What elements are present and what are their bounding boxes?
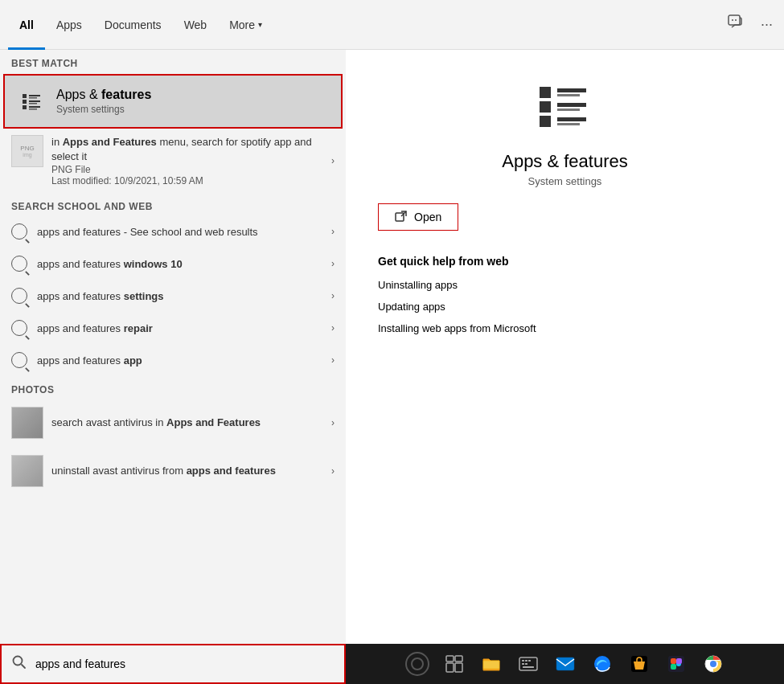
search-icon-0 <box>11 223 27 240</box>
apps-features-icon <box>16 85 48 117</box>
chevron-right-icon-3: › <box>331 322 335 334</box>
svg-rect-4 <box>29 95 40 96</box>
feedback-icon[interactable] <box>724 10 748 39</box>
help-link-1[interactable]: Updating apps <box>378 301 752 313</box>
search-icon-3 <box>11 320 27 336</box>
tab-more[interactable]: More ▾ <box>218 0 273 50</box>
png-thumbnail: PNG img <box>11 135 43 167</box>
photo-thumbnail-1 <box>11 455 43 487</box>
chevron-right-icon-0: › <box>331 226 335 237</box>
photo-text-0: search avast antivirus in Apps and Featu… <box>51 416 331 430</box>
svg-rect-34 <box>556 657 574 670</box>
open-button[interactable]: Open <box>378 203 458 231</box>
png-result-item[interactable]: PNG img in Apps and Features menu, searc… <box>0 129 346 193</box>
svg-point-43 <box>710 661 716 667</box>
tab-web[interactable]: Web <box>173 0 219 50</box>
photo-info-0: search avast antivirus in Apps and Featu… <box>51 416 331 430</box>
best-match-label: Best match <box>0 50 346 74</box>
file-explorer-icon <box>482 654 501 674</box>
left-panel: Best match Apps & fea <box>0 50 346 644</box>
best-match-title: Apps & features <box>56 88 151 102</box>
tab-apps[interactable]: Apps <box>45 0 93 50</box>
svg-rect-16 <box>557 103 586 107</box>
store-button[interactable] <box>623 648 655 680</box>
search-result-1[interactable]: apps and features windows 10 › <box>0 248 346 280</box>
search-result-3[interactable]: apps and features repair › <box>0 312 346 344</box>
tab-icons: ··· <box>724 10 776 39</box>
photo-info-1: uninstall avast antivirus from apps and … <box>51 464 331 478</box>
photo-result-0[interactable]: search avast antivirus in Apps and Featu… <box>0 399 346 447</box>
svg-rect-20 <box>557 123 580 125</box>
search-result-4[interactable]: apps and features app › <box>0 344 346 376</box>
result-text-4: apps and features app <box>37 354 331 367</box>
mail-button[interactable] <box>549 648 581 680</box>
main-container: Best match Apps & fea <box>0 50 784 644</box>
result-text-3: apps and features repair <box>37 322 331 334</box>
search-icon-2 <box>11 288 27 304</box>
tab-all[interactable]: All <box>8 0 45 50</box>
chevron-down-icon: ▾ <box>258 20 262 29</box>
svg-rect-10 <box>29 106 40 108</box>
svg-point-1 <box>732 19 733 21</box>
svg-rect-41 <box>676 658 682 664</box>
task-view-button[interactable] <box>438 648 470 680</box>
keyboard-icon <box>519 656 538 672</box>
svg-rect-9 <box>23 105 27 109</box>
store-icon <box>630 655 648 673</box>
result-text-1: apps and features windows 10 <box>37 258 331 270</box>
svg-rect-40 <box>671 664 676 670</box>
result-text-0: apps and features - See school and web r… <box>37 226 331 238</box>
svg-rect-30 <box>528 660 531 661</box>
svg-rect-8 <box>29 103 37 104</box>
task-view-icon <box>445 655 463 673</box>
svg-point-2 <box>735 19 737 21</box>
file-explorer-button[interactable] <box>475 648 507 680</box>
photo-result-1[interactable]: uninstall avast antivirus from apps and … <box>0 447 346 495</box>
png-info: in Apps and Features menu, search for sp… <box>51 135 331 186</box>
svg-rect-23 <box>446 656 454 661</box>
tab-documents[interactable]: Documents <box>93 0 173 50</box>
keyboard-button[interactable] <box>512 648 544 680</box>
search-icon-1 <box>11 256 27 272</box>
svg-rect-18 <box>540 116 551 127</box>
svg-rect-14 <box>557 94 580 96</box>
chevron-right-icon-p1: › <box>331 465 335 477</box>
result-text-2: apps and features settings <box>37 290 331 302</box>
png-date: Last modified: 10/9/2021, 10:59 AM <box>51 175 331 186</box>
svg-rect-39 <box>671 658 676 664</box>
search-result-2[interactable]: apps and features settings › <box>0 280 346 312</box>
more-options-icon[interactable]: ··· <box>757 13 776 36</box>
figma-button[interactable] <box>660 648 692 680</box>
quick-help-title: Get quick help from web <box>378 255 752 268</box>
svg-rect-28 <box>522 660 524 661</box>
best-match-subtitle: System settings <box>56 104 151 115</box>
chevron-right-icon-2: › <box>331 290 335 301</box>
png-description: in Apps and Features menu, search for sp… <box>51 135 331 164</box>
svg-rect-11 <box>29 109 37 110</box>
photos-label: Photos <box>0 376 346 399</box>
svg-rect-6 <box>23 100 27 104</box>
svg-point-22 <box>14 656 23 665</box>
svg-rect-15 <box>540 101 551 113</box>
edge-button[interactable] <box>586 648 618 680</box>
help-link-0[interactable]: Uninstalling apps <box>378 279 752 291</box>
svg-rect-17 <box>557 109 580 111</box>
best-match-item[interactable]: Apps & features System settings <box>3 74 343 129</box>
svg-rect-3 <box>23 94 27 98</box>
svg-rect-0 <box>729 15 740 25</box>
svg-rect-26 <box>455 663 462 672</box>
search-result-0[interactable]: apps and features - See school and web r… <box>0 215 346 248</box>
svg-rect-31 <box>522 663 524 665</box>
taskbar <box>346 644 784 684</box>
search-input[interactable] <box>35 657 335 670</box>
cortana-button[interactable] <box>401 648 433 680</box>
chevron-right-icon: › <box>331 155 335 166</box>
help-link-2[interactable]: Installing web apps from Microsoft <box>378 322 752 334</box>
chrome-icon <box>704 655 722 673</box>
svg-rect-32 <box>525 663 527 665</box>
svg-rect-29 <box>525 660 527 661</box>
chrome-button[interactable] <box>697 648 729 680</box>
photo-text-1: uninstall avast antivirus from apps and … <box>51 464 331 478</box>
app-subtitle: System settings <box>528 175 602 187</box>
apps-features-large-icon <box>533 74 597 138</box>
